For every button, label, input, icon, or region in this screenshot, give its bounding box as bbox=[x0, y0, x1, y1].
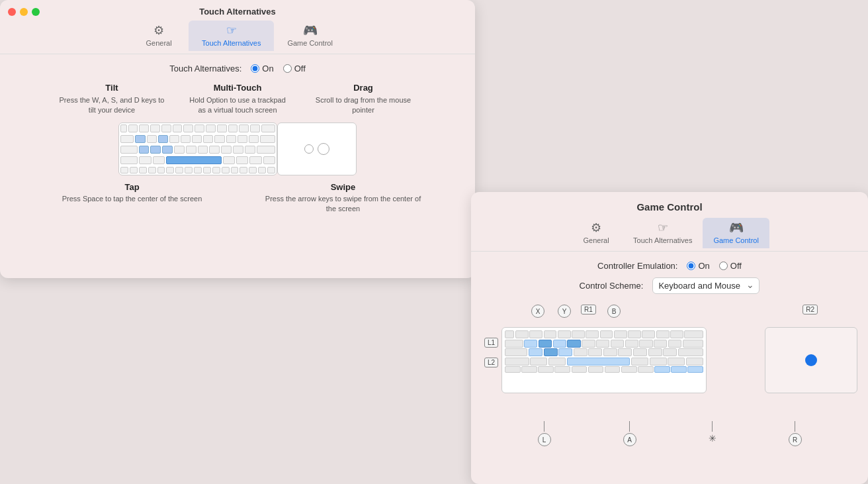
x-button-label: X bbox=[531, 305, 544, 318]
controller-label: Controller Emulation: bbox=[597, 261, 677, 271]
tab-game-control[interactable]: 🎮 Game Control bbox=[274, 21, 345, 51]
mapping-keyboard bbox=[501, 327, 707, 393]
r-button-label: R bbox=[789, 433, 802, 446]
close-button[interactable] bbox=[8, 8, 16, 16]
radio-off[interactable] bbox=[283, 64, 292, 73]
options-icon: ✳ bbox=[709, 433, 716, 444]
connector-line-r bbox=[795, 421, 795, 432]
radio-off-label[interactable]: Off bbox=[283, 64, 306, 73]
trackpad-illustration bbox=[277, 122, 357, 175]
feature-multitouch: Multi-Touch Hold Option to use a trackpa… bbox=[185, 83, 290, 116]
features-row: Tilt Press the W, A, S, and D keys to ti… bbox=[0, 83, 475, 116]
gamepad-icon-right: 🎮 bbox=[729, 220, 744, 235]
bottom-labels: L A ✳ R bbox=[482, 421, 857, 446]
dot-1 bbox=[304, 144, 314, 154]
controller-radio-off[interactable] bbox=[719, 262, 728, 270]
scheme-select[interactable]: Keyboard and Mouse Gamepad bbox=[652, 277, 760, 294]
r1-button-label: R1 bbox=[581, 305, 596, 315]
gear-icon: ⚙ bbox=[153, 23, 164, 38]
below-swipe: Swipe Press the arrow keys to swipe from… bbox=[264, 182, 422, 215]
left-panel: Touch Alternatives ⚙ General ☞ Touch Alt… bbox=[0, 0, 475, 278]
window-controls bbox=[8, 8, 40, 16]
connector-line-a bbox=[629, 421, 630, 432]
left-tab-bar: ⚙ General ☞ Touch Alternatives 🎮 Game Co… bbox=[0, 21, 475, 54]
right-panel: Game Control ⚙ General ☞ Touch Alternati… bbox=[471, 192, 868, 484]
gear-icon-right: ⚙ bbox=[591, 220, 601, 235]
below-tap: Tap Press Space to tap the center of the… bbox=[53, 182, 211, 215]
radio-on[interactable] bbox=[251, 64, 259, 73]
mouse-dot bbox=[805, 354, 817, 366]
right-tab-touch[interactable]: ☞ Touch Alternatives bbox=[623, 218, 703, 248]
right-panel-title: Game Control bbox=[471, 192, 868, 213]
gamepad-icon: 🎮 bbox=[303, 23, 318, 38]
a-button-label: A bbox=[623, 433, 636, 446]
controller-radio-on[interactable] bbox=[687, 262, 695, 270]
scheme-row: Control Scheme: Keyboard and Mouse Gamep… bbox=[471, 277, 868, 294]
dot-2 bbox=[318, 143, 329, 155]
touch-toggle-row: Touch Alternatives: On Off bbox=[0, 64, 475, 73]
right-tab-game[interactable]: 🎮 Game Control bbox=[703, 218, 769, 248]
b-button-label: B bbox=[607, 305, 621, 318]
hand-icon-right: ☞ bbox=[658, 220, 668, 235]
feature-tilt: Tilt Press the W, A, S, and D keys to ti… bbox=[59, 83, 165, 116]
tab-touch-alternatives[interactable]: ☞ Touch Alternatives bbox=[189, 21, 274, 51]
button-labels-row: X Y R1 B R2 bbox=[482, 301, 857, 324]
right-tab-general[interactable]: ⚙ General bbox=[570, 218, 623, 248]
l2-button-label: L2 bbox=[484, 358, 498, 367]
left-panel-title: Touch Alternatives bbox=[0, 0, 475, 17]
keyboard-area bbox=[0, 122, 475, 175]
maximize-button[interactable] bbox=[32, 8, 40, 16]
l1-button-label: L1 bbox=[484, 338, 498, 348]
keyboard-illustration bbox=[118, 122, 277, 175]
radio-on-label[interactable]: On bbox=[251, 64, 273, 73]
tab-general[interactable]: ⚙ General bbox=[129, 21, 189, 51]
right-tab-bar: ⚙ General ☞ Touch Alternatives 🎮 Game Co… bbox=[471, 218, 868, 252]
controller-radio-off-label[interactable]: Off bbox=[719, 261, 742, 271]
mapping-area: X Y R1 B R2 L1 L2 bbox=[482, 301, 857, 446]
scheme-label: Control Scheme: bbox=[580, 281, 644, 291]
trackpad-dots bbox=[304, 143, 329, 155]
controller-radio-group: On Off bbox=[687, 261, 741, 271]
toggle-label: Touch Alternatives: bbox=[169, 64, 241, 73]
scheme-wrapper[interactable]: Keyboard and Mouse Gamepad bbox=[652, 277, 760, 294]
y-button-label: Y bbox=[558, 305, 571, 318]
below-keyboard: Tap Press Space to tap the center of the… bbox=[0, 182, 475, 215]
connector-line-options bbox=[712, 421, 713, 432]
mouse-area bbox=[765, 327, 857, 393]
feature-drag: Drag Scroll to drag from the mouse point… bbox=[310, 83, 416, 116]
hand-icon: ☞ bbox=[226, 23, 237, 38]
controller-row: Controller Emulation: On Off bbox=[471, 261, 868, 271]
l-button-label: L bbox=[538, 433, 551, 446]
r2-button-label: R2 bbox=[803, 305, 818, 315]
controller-radio-on-label[interactable]: On bbox=[687, 261, 709, 271]
connector-line-l bbox=[544, 421, 544, 432]
minimize-button[interactable] bbox=[20, 8, 28, 16]
toggle-radio-group: On Off bbox=[251, 64, 305, 73]
